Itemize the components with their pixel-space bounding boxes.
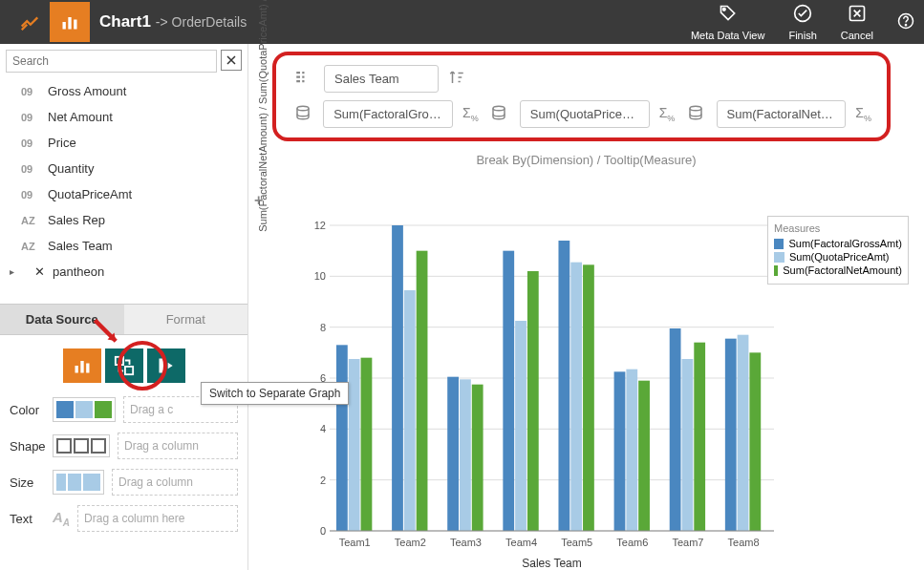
field-item[interactable]: 09QuotaPriceAmt	[0, 181, 247, 207]
search-close-button[interactable]	[221, 50, 242, 71]
left-panel: 09Gross Amount09Net Amount09Price09Quant…	[0, 44, 248, 570]
svg-rect-45	[447, 377, 459, 531]
svg-rect-9	[80, 361, 83, 373]
svg-rect-58	[626, 369, 637, 531]
svg-text:Team6: Team6	[616, 537, 648, 548]
field-item[interactable]: ▸✕pantheon	[0, 259, 247, 285]
encoding-size: Size Drag a column	[10, 469, 238, 496]
svg-rect-63	[694, 343, 705, 531]
svg-rect-2	[74, 20, 76, 30]
tooltip: Switch to Separate Graph	[201, 382, 349, 405]
svg-rect-53	[558, 241, 569, 531]
measure-icon	[684, 104, 706, 125]
svg-rect-37	[336, 345, 348, 531]
svg-rect-17	[302, 72, 304, 74]
meta-data-view-button[interactable]: Meta Data View	[691, 4, 764, 41]
chart-type-icon[interactable]	[50, 2, 90, 42]
chart-panel: Sales Team Sum(FactoralGross...Σ%Sum(Quo…	[248, 44, 924, 570]
encoding-shelves: Color Drag a c Shape Drag a column Size …	[0, 396, 247, 541]
view-toggle-combined[interactable]	[63, 348, 101, 383]
svg-rect-65	[725, 339, 737, 531]
svg-rect-57	[614, 371, 626, 531]
field-item[interactable]: 09Net Amount	[0, 104, 247, 130]
finish-button[interactable]: Finish	[788, 4, 816, 41]
svg-rect-19	[302, 80, 304, 82]
svg-rect-66	[738, 335, 749, 531]
svg-rect-11	[115, 357, 122, 365]
bar-chart[interactable]: 024681012Team1Team2Team3Team4Team5Team6T…	[311, 216, 779, 570]
svg-text:0: 0	[320, 525, 326, 537]
svg-rect-8	[75, 366, 77, 373]
svg-rect-54	[570, 263, 582, 531]
svg-rect-62	[682, 359, 694, 531]
size-dropzone[interactable]: Drag a column	[112, 469, 238, 496]
svg-rect-46	[460, 379, 471, 531]
field-item[interactable]: 09Gross Amount	[0, 78, 247, 104]
field-item[interactable]: 09Price	[0, 130, 247, 156]
svg-text:Team8: Team8	[728, 537, 760, 548]
svg-point-3	[722, 8, 725, 11]
size-swatches[interactable]	[53, 470, 104, 495]
legend-item[interactable]: Sum(FactoralNetAmount)	[774, 264, 902, 276]
tab-data-source[interactable]: Data Source	[0, 305, 124, 334]
svg-text:12: 12	[314, 220, 326, 231]
shape-dropzone[interactable]: Drag a column	[118, 433, 238, 459]
legend-item[interactable]: Sum(QuotaPriceAmt)	[774, 251, 902, 263]
chart-legend: Measures Sum(FactoralGrossAmt)Sum(QuotaP…	[767, 216, 909, 285]
svg-rect-61	[670, 328, 681, 531]
svg-rect-55	[583, 264, 594, 531]
svg-rect-0	[63, 22, 66, 30]
svg-text:Team2: Team2	[395, 537, 426, 548]
shape-swatches[interactable]	[53, 434, 110, 457]
help-button[interactable]	[897, 12, 914, 32]
sigma-icon[interactable]: Σ%	[659, 105, 676, 123]
legend-item[interactable]: Sum(FactoralGrossAmt)	[774, 238, 902, 249]
sigma-icon[interactable]: Σ%	[462, 105, 479, 123]
measure-pill[interactable]: Sum(FactoralNetA...	[717, 100, 847, 128]
sort-icon[interactable]	[448, 69, 465, 89]
tab-format[interactable]: Format	[124, 305, 248, 334]
svg-text:Team7: Team7	[672, 537, 703, 548]
app-header: Chart1 -> OrderDetails Meta Data View Fi…	[0, 0, 924, 44]
cancel-button[interactable]: Cancel	[841, 4, 873, 41]
svg-rect-51	[527, 271, 539, 531]
sigma-icon[interactable]: Σ%	[855, 105, 871, 123]
measure-icon	[488, 104, 510, 125]
svg-rect-1	[68, 17, 71, 30]
field-item[interactable]: AZSales Rep	[0, 207, 247, 233]
measure-pill[interactable]: Sum(QuotaPriceA...	[520, 100, 650, 128]
field-list[interactable]: 09Gross Amount09Net Amount09Price09Quant…	[0, 78, 247, 304]
config-highlighted-box: Sales Team Sum(FactoralGross...Σ%Sum(Quo…	[272, 52, 891, 141]
measure-pill[interactable]: Sum(FactoralGross...	[323, 100, 453, 128]
view-toggle-separate[interactable]	[105, 348, 143, 383]
svg-point-21	[493, 106, 505, 111]
svg-text:10: 10	[314, 270, 326, 282]
svg-point-22	[690, 106, 701, 111]
panel-tabs: Data Source Format	[0, 304, 247, 335]
tag-icon	[691, 4, 764, 28]
measure-icon	[291, 104, 313, 125]
dimension-icon	[291, 69, 314, 90]
svg-rect-41	[392, 225, 403, 531]
svg-rect-47	[472, 385, 483, 531]
color-swatches[interactable]	[53, 397, 116, 422]
svg-rect-39	[361, 358, 373, 531]
app-logo-icon[interactable]	[10, 2, 50, 42]
view-toggle-third[interactable]	[147, 348, 185, 383]
svg-text:2: 2	[320, 475, 326, 486]
svg-rect-42	[404, 290, 416, 531]
svg-text:Team5: Team5	[561, 537, 592, 548]
search-input[interactable]	[6, 50, 217, 73]
svg-point-20	[297, 106, 309, 111]
svg-rect-59	[638, 381, 650, 531]
dimension-pill[interactable]: Sales Team	[324, 65, 439, 93]
svg-rect-49	[503, 251, 514, 531]
svg-point-7	[905, 25, 906, 26]
field-item[interactable]: AZSales Team	[0, 233, 247, 259]
check-circle-icon	[788, 4, 816, 28]
svg-text:Team4: Team4	[505, 537, 537, 548]
svg-rect-16	[296, 80, 300, 82]
text-dropzone[interactable]: Drag a column here	[77, 505, 238, 532]
svg-text:Sales Team: Sales Team	[522, 557, 581, 570]
field-item[interactable]: 09Quantity	[0, 156, 247, 181]
